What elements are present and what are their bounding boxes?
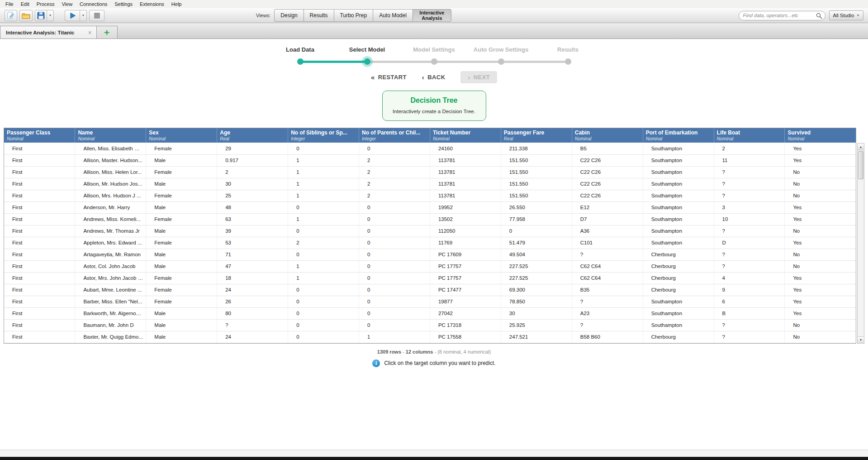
run-options-dropdown[interactable]: ▼ bbox=[80, 10, 87, 21]
table-cell: First bbox=[4, 319, 75, 331]
table-cell: First bbox=[4, 213, 75, 225]
wizard-step-model-settings[interactable]: Model Settings bbox=[401, 46, 468, 65]
table-cell: Southampton bbox=[643, 190, 714, 201]
column-header-survived[interactable]: SurvivedNominal bbox=[785, 128, 856, 143]
next-button[interactable]: › NEXT bbox=[460, 71, 497, 83]
table-cell: B5 bbox=[572, 143, 643, 154]
table-cell: 0 bbox=[288, 319, 359, 331]
decision-tree-card[interactable]: Decision Tree Interactively create a Dec… bbox=[382, 91, 486, 121]
dataset-table: Passenger ClassNominalNameNominalSexNomi… bbox=[4, 128, 856, 344]
view-button-turbo-prep[interactable]: Turbo Prep bbox=[334, 9, 374, 22]
search-scope-dropdown[interactable]: All Studio ▼ bbox=[829, 10, 863, 20]
scroll-down-button[interactable]: ▼ bbox=[858, 336, 864, 343]
column-header-life-boat[interactable]: Life BoatNominal bbox=[714, 128, 785, 143]
menu-item-settings[interactable]: Settings bbox=[111, 1, 136, 7]
column-name: Age bbox=[220, 129, 286, 136]
vertical-scrollbar[interactable]: ▲ ▼ bbox=[857, 143, 864, 344]
table-cell: Yes bbox=[785, 307, 856, 319]
menu-item-file[interactable]: File bbox=[2, 1, 17, 7]
column-header-sex[interactable]: SexNominal bbox=[146, 128, 217, 143]
menu-item-view[interactable]: View bbox=[58, 1, 76, 7]
save-button[interactable] bbox=[35, 10, 47, 21]
wizard-step-label: Load Data bbox=[286, 46, 314, 54]
save-options-dropdown[interactable]: ▼ bbox=[47, 10, 54, 21]
table-cell: 1 bbox=[288, 190, 359, 201]
table-cell: A36 bbox=[572, 225, 643, 237]
table-cell: ? bbox=[572, 249, 643, 260]
table-cell: 0 bbox=[288, 307, 359, 319]
table-cell: C62 C64 bbox=[572, 272, 643, 284]
column-header-port-of-embarkation[interactable]: Port of EmbarkationNominal bbox=[643, 128, 714, 143]
table-cell: First bbox=[4, 154, 75, 166]
close-icon[interactable]: × bbox=[88, 29, 91, 36]
search-input[interactable] bbox=[739, 11, 825, 20]
table-cell: Southampton bbox=[643, 225, 714, 237]
stop-icon bbox=[94, 13, 100, 19]
wizard-step-results[interactable]: Results bbox=[535, 46, 602, 65]
column-header-ticket-number[interactable]: Ticket NumberNominal bbox=[430, 128, 501, 143]
table-cell: 211.338 bbox=[501, 143, 572, 154]
column-header-name[interactable]: NameNominal bbox=[75, 128, 146, 143]
table-cell: 0 bbox=[359, 307, 430, 319]
play-icon bbox=[69, 12, 76, 19]
column-type: Nominal bbox=[717, 136, 783, 141]
scrollbar-header-spacer bbox=[857, 128, 864, 143]
table-cell: 63 bbox=[217, 213, 288, 225]
table-cell: Cherbourg bbox=[643, 331, 714, 343]
table-cell: Artagaveytia, Mr. Ramon bbox=[75, 249, 146, 260]
table-row: FirstAstor, Col. John JacobMale4710PC 17… bbox=[4, 260, 856, 272]
wizard-step-select-model[interactable]: Select Model bbox=[334, 46, 401, 65]
main-toolbar: ▼ ▼ Views: Desig bbox=[0, 8, 868, 23]
open-button[interactable] bbox=[19, 10, 33, 21]
scroll-up-button[interactable]: ▲ bbox=[858, 144, 864, 150]
column-header-no-of-siblings-or-sp[interactable]: No of Siblings or Sp...Integer bbox=[288, 128, 359, 143]
back-button[interactable]: ‹ BACK bbox=[422, 74, 446, 81]
column-header-cabin[interactable]: CabinNominal bbox=[572, 128, 643, 143]
scrollbar-thumb[interactable] bbox=[858, 151, 863, 179]
menu-item-extensions[interactable]: Extensions bbox=[136, 1, 168, 7]
table-cell: 18 bbox=[217, 272, 288, 284]
column-header-no-of-parents-or-chil[interactable]: No of Parents or Chil...Integer bbox=[359, 128, 430, 143]
table-cell: No bbox=[785, 225, 856, 237]
table-row: FirstAndrews, Mr. Thomas JrMale390011205… bbox=[4, 225, 856, 237]
menu-item-edit[interactable]: Edit bbox=[17, 1, 33, 7]
table-cell: C22 C26 bbox=[572, 166, 643, 178]
column-header-passenger-fare[interactable]: Passenger FareReal bbox=[501, 128, 572, 143]
view-button-auto-model[interactable]: Auto Model bbox=[373, 9, 413, 22]
tab-interactive-analysis-titanic[interactable]: Interactive Analysis: Titanic × bbox=[0, 26, 97, 38]
menu-item-help[interactable]: Help bbox=[168, 1, 185, 7]
column-type: Real bbox=[220, 136, 286, 141]
table-cell: 113781 bbox=[430, 154, 501, 166]
column-name: No of Siblings or Sp... bbox=[291, 129, 357, 136]
wizard-step-auto-grow-settings[interactable]: Auto Grow Settings bbox=[468, 46, 535, 65]
bottom-edge-bar bbox=[0, 457, 868, 460]
restart-button[interactable]: « RESTART bbox=[371, 74, 407, 81]
view-button-results[interactable]: Results bbox=[304, 9, 334, 22]
table-cell: 9 bbox=[714, 284, 785, 296]
table-cell: 29 bbox=[217, 143, 288, 154]
table-cell: Cherbourg bbox=[643, 272, 714, 284]
table-cell: Female bbox=[146, 296, 217, 307]
table-cell: First bbox=[4, 249, 75, 260]
table-cell: Cherbourg bbox=[643, 249, 714, 260]
search-icon[interactable] bbox=[816, 13, 822, 21]
double-chevron-left-icon: « bbox=[371, 74, 375, 81]
view-button-interactive-analysis[interactable]: Interactive Analysis bbox=[413, 9, 451, 22]
table-cell: Male bbox=[146, 260, 217, 272]
column-header-passenger-class[interactable]: Passenger ClassNominal bbox=[4, 128, 75, 143]
stop-button[interactable] bbox=[89, 10, 104, 21]
chevron-down-icon: ▼ bbox=[49, 14, 52, 17]
menu-item-process[interactable]: Process bbox=[33, 1, 58, 7]
views-switcher: Views: Design Results Turbo Prep Auto Mo… bbox=[256, 8, 451, 23]
menu-item-connections[interactable]: Connections bbox=[76, 1, 111, 7]
table-cell: 1 bbox=[288, 260, 359, 272]
column-header-age[interactable]: AgeReal bbox=[217, 128, 288, 143]
table-cell: 53 bbox=[217, 237, 288, 249]
wizard-step-load-data[interactable]: Load Data bbox=[267, 46, 334, 65]
new-tab-button[interactable]: + bbox=[97, 26, 118, 38]
table-row: FirstAllison, Mr. Hudson Jos...Male30121… bbox=[4, 178, 856, 190]
view-button-design[interactable]: Design bbox=[274, 9, 304, 22]
run-button[interactable] bbox=[65, 10, 80, 21]
table-cell: 80 bbox=[217, 307, 288, 319]
new-process-button[interactable] bbox=[5, 10, 17, 21]
